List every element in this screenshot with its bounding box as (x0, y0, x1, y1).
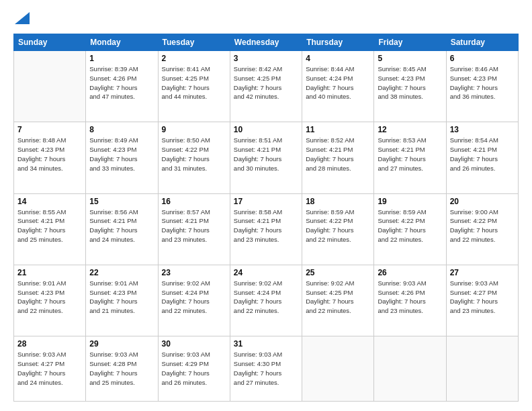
calendar-cell: 23Sunrise: 9:02 AMSunset: 4:24 PMDayligh… (158, 265, 230, 336)
day-info: Sunrise: 9:01 AMSunset: 4:23 PMDaylight:… (89, 279, 154, 316)
day-number: 27 (450, 268, 515, 277)
calendar-cell: 17Sunrise: 8:58 AMSunset: 4:21 PMDayligh… (230, 193, 302, 265)
day-number: 10 (234, 125, 298, 134)
day-info: Sunrise: 8:54 AMSunset: 4:21 PMDaylight:… (450, 136, 515, 173)
calendar-cell: 1Sunrise: 8:39 AMSunset: 4:26 PMDaylight… (86, 51, 158, 122)
day-info: Sunrise: 9:02 AMSunset: 4:24 PMDaylight:… (162, 279, 226, 316)
weekday-header-saturday: Saturday (446, 34, 518, 51)
calendar-cell: 5Sunrise: 8:45 AMSunset: 4:23 PMDaylight… (374, 51, 446, 122)
calendar-cell: 31Sunrise: 9:03 AMSunset: 4:30 PMDayligh… (230, 336, 302, 402)
day-number: 15 (89, 197, 154, 206)
day-info: Sunrise: 8:46 AMSunset: 4:23 PMDaylight:… (450, 64, 515, 101)
day-number: 18 (306, 197, 370, 206)
day-number: 29 (89, 339, 154, 349)
calendar-cell: 12Sunrise: 8:53 AMSunset: 4:21 PMDayligh… (374, 122, 446, 193)
calendar-week-1: 1Sunrise: 8:39 AMSunset: 4:26 PMDaylight… (14, 51, 519, 122)
calendar-cell: 9Sunrise: 8:50 AMSunset: 4:22 PMDaylight… (158, 122, 230, 193)
svg-marker-0 (15, 12, 30, 24)
calendar-cell: 10Sunrise: 8:51 AMSunset: 4:21 PMDayligh… (230, 122, 302, 193)
day-number: 4 (306, 54, 370, 63)
page: SundayMondayTuesdayWednesdayThursdayFrid… (0, 0, 532, 411)
day-number: 24 (234, 268, 298, 277)
day-info: Sunrise: 9:03 AMSunset: 4:27 PMDaylight:… (450, 279, 515, 316)
calendar-cell: 8Sunrise: 8:49 AMSunset: 4:23 PMDaylight… (86, 122, 158, 193)
day-number: 12 (378, 125, 442, 134)
calendar-cell: 27Sunrise: 9:03 AMSunset: 4:27 PMDayligh… (446, 265, 518, 336)
calendar-cell: 19Sunrise: 8:59 AMSunset: 4:22 PMDayligh… (374, 193, 446, 265)
day-info: Sunrise: 9:03 AMSunset: 4:28 PMDaylight:… (89, 350, 154, 387)
calendar-cell: 13Sunrise: 8:54 AMSunset: 4:21 PMDayligh… (446, 122, 518, 193)
calendar-cell: 15Sunrise: 8:56 AMSunset: 4:21 PMDayligh… (86, 193, 158, 265)
day-info: Sunrise: 8:44 AMSunset: 4:24 PMDaylight:… (306, 64, 370, 101)
day-info: Sunrise: 9:02 AMSunset: 4:24 PMDaylight:… (234, 279, 298, 316)
calendar-cell: 22Sunrise: 9:01 AMSunset: 4:23 PMDayligh… (86, 265, 158, 336)
weekday-header-thursday: Thursday (302, 34, 374, 51)
calendar-table: SundayMondayTuesdayWednesdayThursdayFrid… (13, 34, 519, 402)
day-number: 25 (306, 268, 370, 277)
calendar-cell: 20Sunrise: 9:00 AMSunset: 4:22 PMDayligh… (446, 193, 518, 265)
calendar-week-3: 14Sunrise: 8:55 AMSunset: 4:21 PMDayligh… (14, 193, 519, 265)
day-number: 28 (17, 339, 82, 349)
day-number: 21 (17, 268, 82, 277)
calendar-cell: 2Sunrise: 8:41 AMSunset: 4:25 PMDaylight… (158, 51, 230, 122)
calendar-cell (14, 51, 86, 122)
weekday-header-sunday: Sunday (14, 34, 86, 51)
day-info: Sunrise: 8:41 AMSunset: 4:25 PMDaylight:… (162, 64, 226, 101)
calendar-cell: 7Sunrise: 8:48 AMSunset: 4:23 PMDaylight… (14, 122, 86, 193)
day-info: Sunrise: 8:59 AMSunset: 4:22 PMDaylight:… (306, 208, 370, 244)
day-number: 31 (234, 339, 298, 349)
day-info: Sunrise: 8:58 AMSunset: 4:21 PMDaylight:… (234, 208, 298, 244)
day-info: Sunrise: 8:56 AMSunset: 4:21 PMDaylight:… (89, 208, 154, 244)
day-info: Sunrise: 8:49 AMSunset: 4:23 PMDaylight:… (89, 136, 154, 173)
calendar-cell: 4Sunrise: 8:44 AMSunset: 4:24 PMDaylight… (302, 51, 374, 122)
day-number: 3 (234, 54, 298, 63)
calendar-cell: 18Sunrise: 8:59 AMSunset: 4:22 PMDayligh… (302, 193, 374, 265)
day-number: 30 (162, 339, 226, 349)
day-number: 9 (162, 125, 226, 134)
logo (13, 12, 30, 26)
calendar-week-5: 28Sunrise: 9:03 AMSunset: 4:27 PMDayligh… (14, 336, 519, 402)
day-info: Sunrise: 9:00 AMSunset: 4:22 PMDaylight:… (450, 208, 515, 244)
calendar-cell: 6Sunrise: 8:46 AMSunset: 4:23 PMDaylight… (446, 51, 518, 122)
day-info: Sunrise: 8:57 AMSunset: 4:21 PMDaylight:… (162, 208, 226, 244)
calendar-cell (446, 336, 518, 402)
weekday-header-tuesday: Tuesday (158, 34, 230, 51)
day-info: Sunrise: 9:03 AMSunset: 4:27 PMDaylight:… (17, 350, 82, 387)
day-info: Sunrise: 8:39 AMSunset: 4:26 PMDaylight:… (89, 64, 154, 101)
calendar-week-2: 7Sunrise: 8:48 AMSunset: 4:23 PMDaylight… (14, 122, 519, 193)
logo-icon (15, 12, 30, 24)
day-info: Sunrise: 8:59 AMSunset: 4:22 PMDaylight:… (378, 208, 442, 244)
calendar-cell: 24Sunrise: 9:02 AMSunset: 4:24 PMDayligh… (230, 265, 302, 336)
day-info: Sunrise: 8:53 AMSunset: 4:21 PMDaylight:… (378, 136, 442, 173)
calendar-cell (302, 336, 374, 402)
day-number: 11 (306, 125, 370, 134)
day-number: 16 (162, 197, 226, 206)
calendar-week-4: 21Sunrise: 9:01 AMSunset: 4:23 PMDayligh… (14, 265, 519, 336)
day-info: Sunrise: 9:03 AMSunset: 4:29 PMDaylight:… (162, 350, 226, 387)
weekday-header-row: SundayMondayTuesdayWednesdayThursdayFrid… (14, 34, 519, 51)
day-info: Sunrise: 9:03 AMSunset: 4:30 PMDaylight:… (234, 350, 298, 387)
calendar-cell: 30Sunrise: 9:03 AMSunset: 4:29 PMDayligh… (158, 336, 230, 402)
day-number: 26 (378, 268, 442, 277)
calendar-cell: 3Sunrise: 8:42 AMSunset: 4:25 PMDaylight… (230, 51, 302, 122)
day-number: 23 (162, 268, 226, 277)
weekday-header-monday: Monday (86, 34, 158, 51)
calendar-cell: 25Sunrise: 9:02 AMSunset: 4:25 PMDayligh… (302, 265, 374, 336)
day-number: 7 (17, 125, 82, 134)
day-number: 8 (89, 125, 154, 134)
calendar-cell: 21Sunrise: 9:01 AMSunset: 4:23 PMDayligh… (14, 265, 86, 336)
day-info: Sunrise: 8:48 AMSunset: 4:23 PMDaylight:… (17, 136, 82, 173)
day-info: Sunrise: 9:03 AMSunset: 4:26 PMDaylight:… (378, 279, 442, 316)
weekday-header-wednesday: Wednesday (230, 34, 302, 51)
calendar-cell (374, 336, 446, 402)
day-number: 19 (378, 197, 442, 206)
calendar-cell: 29Sunrise: 9:03 AMSunset: 4:28 PMDayligh… (86, 336, 158, 402)
day-number: 2 (162, 54, 226, 63)
day-info: Sunrise: 9:01 AMSunset: 4:23 PMDaylight:… (17, 279, 82, 316)
day-info: Sunrise: 9:02 AMSunset: 4:25 PMDaylight:… (306, 279, 370, 316)
day-info: Sunrise: 8:51 AMSunset: 4:21 PMDaylight:… (234, 136, 298, 173)
day-info: Sunrise: 8:52 AMSunset: 4:21 PMDaylight:… (306, 136, 370, 173)
day-info: Sunrise: 8:42 AMSunset: 4:25 PMDaylight:… (234, 64, 298, 101)
day-number: 22 (89, 268, 154, 277)
day-number: 6 (450, 54, 515, 63)
